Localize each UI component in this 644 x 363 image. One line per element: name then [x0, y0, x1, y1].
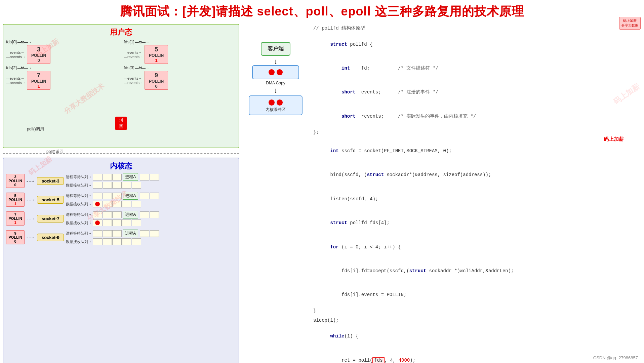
user-state-title: 用户态: [6, 27, 236, 37]
code-field-1: int fd; /* 文件描述符 */: [313, 56, 638, 80]
queue-cell: [112, 219, 122, 226]
queue-label-wait: 进程等待队列→: [66, 174, 92, 179]
kernel-buffer-label: 内核缓冲区: [253, 107, 298, 113]
fds-0-block: fds[0] —fd—→ —events→ —revents→ 3 POLLIN…: [6, 39, 118, 64]
queue-cell: [112, 211, 122, 218]
queue-label-data-9: 数据接收队列→: [66, 239, 92, 244]
queue-label-data: 数据接收队列→: [66, 183, 92, 188]
code-field-3: short revents; /* 实际发生的事件，由内核填充 */: [313, 105, 638, 128]
queue-cell: [122, 238, 131, 245]
kernel-buffer-box: 内核缓冲区: [249, 95, 303, 115]
queue-cell: [140, 211, 149, 218]
queue-cell: [103, 230, 112, 237]
queue-cell: [132, 238, 141, 245]
queue-cell: [150, 174, 159, 180]
code-struct-def: struct pollfd {: [313, 33, 638, 56]
right-panel: // pollfd 结构体原型 struct pollfd { int fd; …: [309, 22, 644, 363]
queue-cell: [103, 211, 112, 218]
code-struct-end: };: [313, 128, 638, 136]
queue-cell: [132, 182, 141, 189]
queue-cell: [140, 174, 149, 180]
queue-cell: [112, 230, 122, 237]
code-line-1: int sscfd = socket(PF_INET,SOCK_STREAM, …: [313, 139, 638, 163]
socket-row-3: 3 POLLIN 0 - -→ socket-3 进程等待队列→ 进程A: [6, 173, 236, 189]
process-a-box-7: 进程A: [123, 211, 138, 218]
arrow-down-1: ↓: [274, 58, 278, 65]
code-line-11: ret = poll(fds, 4, 4000);: [313, 349, 638, 363]
queue-cell: [140, 230, 149, 237]
queue-label-data-7: 数据接收队列→: [66, 220, 92, 226]
blocking-label: 阻塞: [115, 117, 127, 130]
queue-cell: [93, 238, 102, 245]
queue-cell: [112, 174, 122, 180]
queue-label-wait-9: 进程等待队列→: [66, 231, 92, 236]
left-panel: 用户态 fds[0] —fd—→ —events→ —revents→: [0, 22, 242, 363]
queue-cell: [122, 201, 131, 207]
queue-cell: [103, 182, 112, 189]
queue-cell: [150, 230, 159, 237]
fds-2-block: fds[2] —fd—→ —events→ —revents→ 7 POLLIN…: [6, 65, 118, 90]
code-field-2: short events; /* 注册的事件 */: [313, 81, 638, 105]
code-line-2: bind(sscfd, (struct sockaddr*)&address, …: [313, 163, 638, 187]
queue-cell: [112, 193, 122, 199]
queue-cell: [103, 219, 112, 226]
queue-label-wait-5: 进程等待队列→: [66, 193, 92, 198]
queue-cell: [150, 211, 159, 218]
queue-label-wait-7: 进程等待队列→: [66, 212, 92, 217]
fds-3-label: fds[3] —fd—→: [124, 65, 236, 70]
brand-label: 码上加薪: [604, 136, 624, 143]
code-line-4: struct pollfd fds[4];: [313, 211, 638, 235]
dma-box: [252, 65, 299, 79]
fds-grid: fds[0] —fd—→ —events→ —revents→ 3 POLLIN…: [6, 39, 236, 90]
process-a-box-5: 进程A: [123, 192, 138, 200]
code-line-8: }: [313, 307, 638, 315]
code-line-10: while(1) {: [313, 324, 638, 348]
queue-cell: [140, 193, 149, 199]
poll-return-area: poll()返回: [3, 150, 239, 157]
middle-panel: 客户端 ↓ DMA Copy ↓ 内核缓冲区: [242, 22, 309, 363]
socket-3-num: 3 POLLIN 0: [6, 174, 25, 188]
socket-9-box: socket-9: [37, 234, 64, 241]
fds-2-label: fds[2] —fd—→: [6, 65, 118, 70]
user-state-section: 用户态 fds[0] —fd—→ —events→ —revents→: [3, 24, 239, 148]
code-comment-1: // pollfd 结构体原型: [313, 25, 638, 33]
queue-cell: [132, 219, 141, 226]
queue-cell: [103, 201, 112, 207]
fds-3-block: fds[3] —fd—→ —events→ —revents→ 9 POLLIN…: [124, 65, 236, 90]
queue-label-data-5: 数据接收队列→: [66, 202, 92, 207]
queue-cell: [93, 193, 102, 199]
code-line-6: fds[i].fd=accept(sscfd,(struct sockaddr …: [313, 259, 638, 283]
fds-1-label: fds[1] —fd—→: [124, 39, 236, 44]
queue-cell: [93, 182, 102, 189]
queue-cell: [150, 193, 159, 199]
arrow-down-2: ↓: [274, 87, 278, 94]
socket-row-7: 7 POLLIN 1 - -→ socket-7 进程等待队列→ 进程A: [6, 211, 236, 226]
queue-cell: [112, 201, 122, 207]
socket-row-5: 5 POLLIN 1 - -→ socket-5 进程等待队列→ 进程A: [6, 192, 236, 207]
queue-cell: [103, 193, 112, 199]
queue-cell: [93, 219, 102, 226]
dma-label: DMA Copy: [266, 81, 285, 85]
queue-cell: [93, 230, 102, 237]
code-line-5: for (i = 0; i < 4; i++) {: [313, 235, 638, 259]
queue-cell: [112, 238, 122, 245]
socket-7-box: socket-7: [37, 215, 64, 223]
socket-row-9: 9 POLLIN 0 - -→ socket-9 进程等待队列→ 进程A: [6, 230, 236, 245]
code-line-9: sleep(1);: [313, 317, 638, 325]
process-a-box-9: 进程A: [123, 230, 138, 237]
queue-cell: [93, 174, 102, 180]
code-line-3: listen(sscfd, 4);: [313, 187, 638, 211]
socket-5-box: socket-5: [37, 196, 64, 204]
page-title: 腾讯面试：[并发]请描述 select、poll、epoll 这三种多路复用的技…: [0, 0, 644, 22]
poll-return-label: poll()返回: [46, 149, 64, 155]
kernel-state-section: 内核态 3 POLLIN 0 - -→ socket-3 进程等待队列→: [3, 158, 239, 363]
queue-cell: [103, 238, 112, 245]
queue-cell: [93, 201, 102, 207]
queue-cell: [122, 182, 131, 189]
top-right-badge: 码上加薪 分享大数据: [619, 17, 641, 30]
queue-cell: [132, 201, 141, 207]
queue-cell: [103, 174, 112, 180]
poll-call-label: poll()调用: [27, 126, 44, 132]
queue-cell: [93, 211, 102, 218]
footer-text: CSDN @qq_27986857: [593, 355, 638, 360]
